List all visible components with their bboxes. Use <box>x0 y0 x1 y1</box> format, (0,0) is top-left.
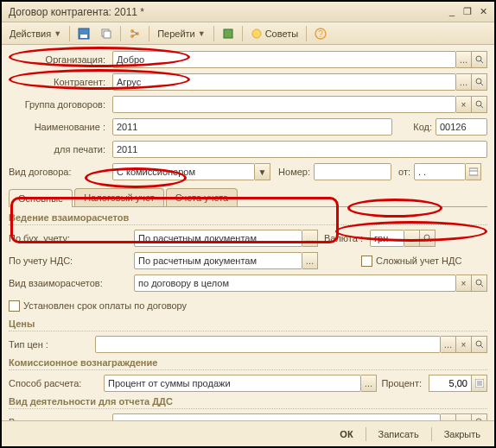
group-input[interactable] <box>112 96 456 113</box>
org-label: Организация: <box>9 54 112 65</box>
settings-icon[interactable] <box>218 25 238 42</box>
svg-rect-17 <box>469 168 478 175</box>
org-input[interactable]: Добро <box>112 51 456 68</box>
currency-open-button[interactable] <box>420 230 436 247</box>
currency-select-button[interactable]: … <box>404 230 420 247</box>
section-settlements: Ведение взаиморасчетов <box>9 212 487 225</box>
close-form-button[interactable]: Закрыть <box>436 426 489 442</box>
svg-line-16 <box>480 105 483 108</box>
svg-line-12 <box>480 60 483 63</box>
tabs: Основные Налоговый учет Счета учета <box>9 186 487 207</box>
group-clear-button[interactable]: × <box>456 96 472 113</box>
code-label: Код: <box>392 122 436 132</box>
tab-main[interactable]: Основные <box>9 189 73 207</box>
maximize-button[interactable]: ❐ <box>460 5 475 19</box>
percent-input[interactable]: 5,00 <box>429 375 472 392</box>
tree-icon[interactable] <box>124 25 145 42</box>
tab-accounts[interactable]: Счета учета <box>166 188 238 206</box>
activity-clear-button[interactable]: × <box>456 413 472 420</box>
settle-clear-button[interactable]: × <box>456 274 472 292</box>
currency-input[interactable]: грн <box>370 230 404 247</box>
vat-label: По учету НДС: <box>9 256 134 266</box>
actions-label: Действия <box>10 28 51 39</box>
svg-rect-1 <box>80 35 87 38</box>
type-select[interactable]: С комиссионером <box>112 163 255 180</box>
code-input[interactable]: 00126 <box>436 118 487 136</box>
percent-label: Процент: <box>377 378 429 388</box>
vat-dropdown-button[interactable]: … <box>302 252 318 269</box>
actions-menu[interactable]: Действия▼ <box>5 25 66 42</box>
contractor-select-button[interactable]: … <box>456 73 472 91</box>
complex-vat-checkbox[interactable] <box>361 256 372 267</box>
acc-label: По бух. учету: <box>9 233 134 243</box>
minimize-button[interactable]: _ <box>444 5 460 19</box>
percent-calc-button[interactable] <box>472 375 487 392</box>
due-label: Установлен срок оплаты по договору <box>23 300 187 311</box>
contractor-label: Контрагент: <box>9 77 112 87</box>
window-title: Договор контрагента: 2011 * <box>5 6 444 18</box>
pricetype-clear-button[interactable]: × <box>456 336 472 353</box>
group-open-button[interactable] <box>472 96 487 113</box>
from-input[interactable]: . . <box>414 163 466 180</box>
svg-point-8 <box>252 29 261 38</box>
org-select-button[interactable]: … <box>456 51 472 68</box>
acc-dropdown-button[interactable]: … <box>302 230 318 247</box>
number-input[interactable] <box>314 163 391 180</box>
help-icon[interactable]: ? <box>310 25 331 42</box>
svg-text:?: ? <box>318 29 323 39</box>
go-label: Перейти <box>157 28 195 39</box>
due-checkbox[interactable] <box>9 300 20 312</box>
vat-select[interactable]: По расчетным документам <box>134 252 302 269</box>
footer: ОК Записать Закрыть <box>2 420 494 446</box>
name-label: Наименование : <box>9 122 112 132</box>
settle-open-button[interactable] <box>472 274 487 292</box>
window: Договор контрагента: 2011 * _ ❐ ✕ Действ… <box>0 0 496 448</box>
org-open-button[interactable] <box>472 51 487 68</box>
svg-line-20 <box>429 239 431 242</box>
name-input[interactable]: 2011 <box>112 118 392 136</box>
activity-input[interactable] <box>112 413 441 420</box>
calc-select-button[interactable]: … <box>361 375 377 392</box>
svg-line-22 <box>480 284 483 287</box>
type-dropdown-button[interactable]: ▼ <box>255 163 270 180</box>
calc-label: Способ расчета: <box>9 378 104 388</box>
settle-label: Вид взаиморасчетов: <box>9 278 134 288</box>
close-button[interactable]: ✕ <box>475 5 491 19</box>
pricetype-select-button[interactable]: … <box>441 336 456 353</box>
go-menu[interactable]: Перейти▼ <box>153 25 210 42</box>
from-calendar-button[interactable] <box>466 163 481 180</box>
acc-select[interactable]: По расчетным документам <box>134 230 302 247</box>
section-dds: Вид деятельности для отчета ДДС <box>9 396 487 409</box>
print-label: для печати: <box>9 144 112 155</box>
currency-label: Валюта : <box>318 233 370 243</box>
settle-input[interactable]: по договору в целом <box>134 274 456 292</box>
tab-tax[interactable]: Налоговый учет <box>74 188 164 206</box>
ok-button[interactable]: ОК <box>331 426 361 442</box>
save-button[interactable]: Записать <box>370 426 428 442</box>
pricetype-label: Тип цен : <box>9 339 95 350</box>
calc-input[interactable]: Процент от суммы продажи <box>104 375 361 392</box>
section-prices: Цены <box>9 319 487 331</box>
pricetype-input[interactable] <box>95 336 441 353</box>
type-label: Вид договора: <box>9 167 112 177</box>
svg-line-14 <box>480 83 483 85</box>
activity-select-button[interactable]: … <box>441 413 456 420</box>
print-input[interactable]: 2011 <box>112 141 487 158</box>
complex-vat-label: Сложный учет НДС <box>376 256 461 266</box>
svg-line-24 <box>480 345 483 348</box>
tips-label: Советы <box>265 28 298 39</box>
svg-rect-7 <box>224 29 232 38</box>
copy-icon[interactable] <box>96 25 117 42</box>
titlebar: Договор контрагента: 2011 * _ ❐ ✕ <box>2 2 494 22</box>
pricetype-open-button[interactable] <box>472 336 487 353</box>
activity-open-button[interactable] <box>472 413 487 420</box>
contractor-input[interactable]: Агрус <box>112 73 456 91</box>
group-label: Группа договоров: <box>9 99 112 110</box>
save-icon[interactable] <box>73 25 94 42</box>
number-label: Номер: <box>270 167 314 177</box>
tips-button[interactable]: Советы <box>246 25 302 42</box>
section-commission: Комиссионное вознаграждение <box>9 357 487 370</box>
contractor-open-button[interactable] <box>472 73 487 91</box>
toolbar: Действия▼ Перейти▼ Советы ? <box>2 22 494 45</box>
form-content: Организация: Добро … Контрагент: Агрус …… <box>2 45 494 420</box>
